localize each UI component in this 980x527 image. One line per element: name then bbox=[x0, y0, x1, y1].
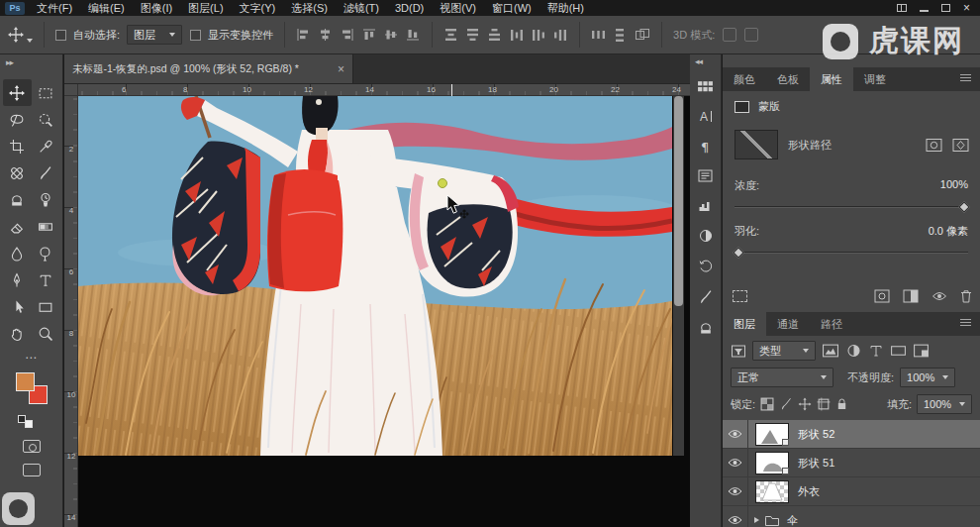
menu-3d[interactable]: 3D(D) bbox=[387, 0, 432, 16]
dodge-tool[interactable] bbox=[32, 240, 60, 266]
filter-smart-objects-icon[interactable] bbox=[913, 343, 930, 359]
lock-all-icon[interactable] bbox=[835, 397, 848, 411]
align-bottom-edges-icon[interactable] bbox=[406, 28, 421, 42]
group-disclosure-icon[interactable] bbox=[754, 517, 759, 523]
align-left-edges-icon[interactable] bbox=[296, 28, 311, 42]
layer-row-coat[interactable]: 外衣 bbox=[723, 477, 980, 506]
tab-channels[interactable]: 通道 bbox=[766, 312, 810, 336]
layer-name[interactable]: 形状 51 bbox=[798, 456, 834, 471]
scrollbar-thumb[interactable] bbox=[674, 96, 683, 306]
distribute-right-edges-icon[interactable] bbox=[553, 28, 568, 42]
ruler-corner[interactable] bbox=[64, 84, 78, 96]
filter-shape-layers-icon[interactable] bbox=[890, 343, 907, 359]
blend-mode-dropdown[interactable]: 正常 bbox=[731, 368, 833, 387]
minimize-icon[interactable] bbox=[920, 10, 929, 12]
align-horizontal-centers-icon[interactable] bbox=[318, 28, 333, 42]
type-tool[interactable] bbox=[32, 266, 60, 293]
tab-adjustments[interactable]: 调整 bbox=[853, 67, 897, 91]
align-top-edges-icon[interactable] bbox=[362, 28, 377, 42]
distribute-horizontal-spacing-icon[interactable] bbox=[591, 28, 606, 42]
path-selection-tool[interactable] bbox=[3, 293, 32, 320]
load-selection-from-mask-icon[interactable] bbox=[733, 290, 747, 302]
lock-image-icon[interactable] bbox=[779, 397, 793, 411]
layer-visibility-toggle[interactable] bbox=[723, 477, 748, 505]
shape-path-thumbnail[interactable] bbox=[735, 130, 778, 159]
mask-visibility-eye-icon[interactable] bbox=[931, 291, 947, 301]
layer-row-shape-51[interactable]: 形状 51 bbox=[723, 449, 980, 477]
gradient-tool[interactable] bbox=[32, 213, 60, 240]
zoom-tool[interactable] bbox=[32, 320, 60, 347]
lock-artboard-icon[interactable] bbox=[817, 397, 831, 411]
character-panel-icon[interactable]: A bbox=[698, 109, 714, 124]
histogram-panel-icon[interactable] bbox=[697, 198, 714, 213]
lock-transparency-icon[interactable] bbox=[760, 397, 774, 411]
filter-picker-icon[interactable] bbox=[731, 344, 746, 359]
distribute-vertical-spacing-icon[interactable] bbox=[613, 28, 628, 42]
panel-menu-icon[interactable] bbox=[960, 319, 971, 320]
clone-stamp-tool[interactable] bbox=[3, 186, 32, 213]
density-slider-thumb[interactable] bbox=[958, 201, 969, 212]
menu-edit[interactable]: 编辑(E) bbox=[80, 0, 133, 16]
brush-tool[interactable] bbox=[32, 159, 60, 186]
layer-name[interactable]: 伞 bbox=[787, 513, 798, 527]
menu-image[interactable]: 图像(I) bbox=[133, 0, 180, 16]
layer-thumbnail[interactable] bbox=[755, 452, 789, 474]
distribute-top-edges-icon[interactable] bbox=[443, 28, 458, 42]
document-tab[interactable]: 未标题-1-恢复的.psd @ 100% (形状 52, RGB/8) * × bbox=[64, 54, 353, 83]
lock-position-icon[interactable] bbox=[798, 397, 812, 411]
menu-window[interactable]: 窗口(W) bbox=[484, 0, 539, 16]
vertical-scrollbar[interactable] bbox=[673, 96, 684, 456]
apply-mask-icon[interactable] bbox=[874, 289, 890, 303]
distribute-left-edges-icon[interactable] bbox=[510, 28, 525, 42]
layer-name[interactable]: 形状 52 bbox=[798, 427, 834, 442]
horizontal-ruler[interactable]: 6 8 10 12 14 16 18 20 22 24 bbox=[78, 84, 690, 96]
menu-view[interactable]: 视图(V) bbox=[432, 0, 484, 16]
layer-row-umbrella-group[interactable]: 伞 bbox=[723, 506, 980, 527]
close-window-icon[interactable]: × bbox=[963, 2, 970, 14]
align-vertical-centers-icon[interactable] bbox=[384, 28, 399, 42]
fill-dropdown[interactable]: 100% bbox=[917, 394, 972, 414]
pen-tool[interactable] bbox=[3, 266, 32, 293]
add-vector-mask-icon[interactable] bbox=[952, 138, 970, 153]
lasso-tool[interactable] bbox=[3, 106, 32, 133]
density-value[interactable]: 100% bbox=[940, 178, 968, 190]
panel-menu-icon[interactable] bbox=[960, 74, 971, 75]
threed-mode-icon[interactable] bbox=[744, 28, 758, 42]
filter-adjustment-layers-icon[interactable] bbox=[845, 343, 862, 359]
auto-select-target-dropdown[interactable]: 图层 bbox=[127, 25, 182, 45]
move-tool[interactable] bbox=[3, 79, 32, 106]
delete-mask-trash-icon[interactable] bbox=[960, 289, 972, 303]
layer-row-shape-52[interactable]: 形状 52 bbox=[723, 420, 980, 449]
filter-pixel-layers-icon[interactable] bbox=[822, 343, 839, 359]
distribute-horizontal-centers-icon[interactable] bbox=[532, 28, 546, 42]
history-brush-tool[interactable] bbox=[32, 186, 60, 213]
auto-align-layers-icon[interactable] bbox=[635, 28, 650, 42]
spot-healing-brush-tool[interactable] bbox=[3, 159, 32, 186]
brush-settings-panel-icon[interactable] bbox=[698, 289, 714, 305]
swatches-panel-icon[interactable] bbox=[697, 80, 714, 94]
invert-mask-icon[interactable] bbox=[903, 289, 919, 303]
menu-help[interactable]: 帮助(H) bbox=[539, 0, 592, 16]
layer-name[interactable]: 外衣 bbox=[798, 484, 820, 499]
distribute-vertical-centers-icon[interactable] bbox=[465, 28, 480, 42]
tab-color[interactable]: 颜色 bbox=[723, 67, 766, 91]
layer-thumbnail[interactable] bbox=[755, 480, 789, 503]
foreground-color-swatch[interactable] bbox=[16, 372, 35, 391]
feather-slider[interactable] bbox=[735, 248, 968, 258]
distribute-bottom-edges-icon[interactable] bbox=[487, 28, 502, 42]
menu-select[interactable]: 选择(S) bbox=[283, 0, 336, 16]
opacity-dropdown[interactable]: 100% bbox=[900, 368, 955, 387]
menu-type[interactable]: 文字(Y) bbox=[232, 0, 284, 16]
layer-visibility-toggle[interactable] bbox=[723, 506, 748, 527]
show-transform-checkbox[interactable] bbox=[190, 30, 201, 41]
clone-source-panel-icon[interactable] bbox=[698, 320, 714, 336]
canvas-pasteboard[interactable] bbox=[78, 96, 690, 527]
close-document-icon[interactable]: × bbox=[338, 62, 344, 76]
quick-mask-mode-icon[interactable] bbox=[23, 440, 41, 453]
edit-toolbar-icon[interactable]: ⋯ bbox=[25, 351, 38, 365]
menu-filter[interactable]: 滤镜(T) bbox=[336, 0, 387, 16]
blur-tool[interactable] bbox=[3, 240, 32, 266]
tab-layers[interactable]: 图层 bbox=[723, 312, 766, 336]
threed-mode-icon[interactable] bbox=[723, 28, 736, 42]
info-panel-icon[interactable] bbox=[697, 168, 714, 183]
